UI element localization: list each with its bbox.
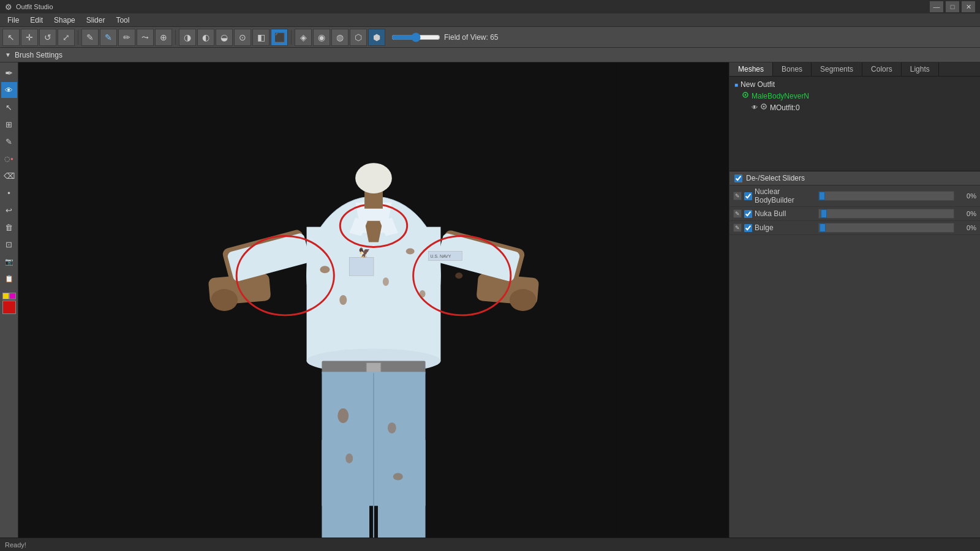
tool-shape2[interactable]: ◉ bbox=[313, 29, 330, 46]
sliders-header-label: De-/Select Sliders bbox=[746, 174, 805, 182]
left-tool-paint[interactable]: ✎ bbox=[1, 133, 17, 149]
slider-label-bulge: Bulge bbox=[755, 223, 816, 232]
color-swatch-magenta[interactable] bbox=[9, 293, 16, 299]
tab-segments[interactable]: Segments bbox=[812, 62, 862, 76]
svg-text:U.S. NAVY: U.S. NAVY bbox=[431, 254, 451, 258]
slider-thumb-nuclear bbox=[819, 192, 825, 200]
svg-point-10 bbox=[355, 163, 392, 193]
tool-toggle3[interactable]: ◒ bbox=[216, 29, 233, 46]
tool-move2[interactable]: ⊕ bbox=[155, 29, 172, 46]
status-bar: Ready! bbox=[0, 538, 980, 551]
outfit-label: New Outfit bbox=[741, 80, 775, 89]
svg-text:🦅: 🦅 bbox=[358, 247, 371, 258]
slider-track-nuclear[interactable] bbox=[818, 191, 954, 201]
malebodynever-icon bbox=[742, 91, 749, 100]
moutfit-icon bbox=[760, 103, 767, 112]
left-tool-visibility[interactable]: 👁 bbox=[1, 82, 17, 98]
tab-bones[interactable]: Bones bbox=[773, 62, 812, 76]
viewport[interactable]: U.S. NAVY 🦅 bbox=[18, 62, 729, 538]
maximize-button[interactable]: □ bbox=[946, 1, 959, 12]
tool-shape4[interactable]: ⬡ bbox=[350, 29, 367, 46]
slider-row-nuclear: ✎ Nuclear BodyBuilder 0% bbox=[729, 186, 980, 207]
slider-check-nukabull[interactable] bbox=[744, 210, 752, 218]
tool-shape5[interactable]: ⬢ bbox=[368, 29, 385, 46]
left-tool-mirror[interactable]: ⊡ bbox=[1, 236, 17, 252]
sliders-section: De-/Select Sliders ✎ Nuclear BodyBuilder… bbox=[729, 171, 980, 538]
right-panel: Meshes Bones Segments Colors Lights ■ Ne… bbox=[729, 62, 980, 538]
tab-meshes[interactable]: Meshes bbox=[729, 62, 773, 76]
svg-rect-21 bbox=[349, 257, 374, 276]
left-tool-circle[interactable]: ◌● bbox=[1, 151, 17, 167]
tab-lights[interactable]: Lights bbox=[902, 62, 939, 76]
left-tool-clipboard[interactable]: 📋 bbox=[1, 271, 17, 287]
left-tool-undo[interactable]: ↩ bbox=[1, 202, 17, 218]
svg-point-26 bbox=[383, 277, 389, 286]
svg-point-37 bbox=[337, 408, 349, 423]
svg-point-13 bbox=[211, 289, 238, 311]
tool-pick[interactable]: ⤳ bbox=[137, 29, 154, 46]
malebodynever-label: MaleBodyNeverN bbox=[752, 92, 809, 100]
svg-point-27 bbox=[406, 248, 415, 254]
tool-shape1[interactable]: ◈ bbox=[295, 29, 312, 46]
tool-brush2[interactable]: ✎ bbox=[100, 29, 117, 46]
tab-colors[interactable]: Colors bbox=[862, 62, 902, 76]
color-swatch-yellow[interactable] bbox=[2, 293, 9, 299]
minimize-button[interactable]: — bbox=[930, 1, 943, 12]
menu-tool[interactable]: Tool bbox=[111, 15, 134, 26]
tool-toggle1[interactable]: ◑ bbox=[179, 29, 196, 46]
tool-scale[interactable]: ⤢ bbox=[58, 29, 75, 46]
color-swatch-red[interactable] bbox=[2, 301, 16, 314]
tool-brush[interactable]: ✎ bbox=[81, 29, 99, 46]
left-tool-transform[interactable]: ⊞ bbox=[1, 116, 17, 132]
slider-check-bulge[interactable] bbox=[744, 224, 752, 232]
slider-edit-bulge[interactable]: ✎ bbox=[733, 223, 742, 232]
tool-brush3[interactable]: ✏ bbox=[118, 29, 135, 46]
left-tool-select[interactable]: ↖ bbox=[1, 99, 17, 115]
slider-label-nuclear: Nuclear BodyBuilder bbox=[755, 187, 816, 204]
sliders-header: De-/Select Sliders bbox=[729, 171, 980, 186]
fov-slider[interactable] bbox=[391, 32, 440, 42]
deselect-all-checkbox[interactable] bbox=[734, 174, 742, 182]
tool-rotate[interactable]: ↺ bbox=[39, 29, 56, 46]
left-tool-eraser[interactable]: ⌫ bbox=[1, 168, 17, 184]
fov-container: Field of View: 65 bbox=[391, 32, 499, 42]
slider-edit-nuclear[interactable]: ✎ bbox=[733, 192, 742, 200]
character-viewport: U.S. NAVY 🦅 bbox=[18, 62, 729, 538]
app-icon: ⚙ bbox=[5, 2, 12, 12]
tool-solid[interactable]: ⬛ bbox=[271, 29, 288, 46]
slider-track-nukabull[interactable] bbox=[818, 209, 954, 219]
tool-shape3[interactable]: ◍ bbox=[331, 29, 349, 46]
left-tool-screenshot[interactable]: 📷 bbox=[1, 253, 17, 269]
slider-thumb-bulge bbox=[820, 223, 826, 232]
menu-edit[interactable]: Edit bbox=[25, 15, 48, 26]
svg-point-40 bbox=[393, 473, 403, 481]
tool-toggle2[interactable]: ◐ bbox=[197, 29, 214, 46]
slider-edit-nukabull[interactable]: ✎ bbox=[733, 209, 742, 218]
menu-file[interactable]: File bbox=[2, 15, 24, 26]
menu-slider[interactable]: Slider bbox=[81, 15, 110, 26]
toolbar: ↖ ✛ ↺ ⤢ ✎ ✎ ✏ ⤳ ⊕ ◑ ◐ ◒ ⊙ ◧ ⬛ ◈ ◉ ◍ ⬡ ⬢ … bbox=[0, 27, 980, 48]
tree-item-new-outfit[interactable]: ■ New Outfit bbox=[732, 79, 978, 90]
tree-item-malebodynever[interactable]: MaleBodyNeverN bbox=[732, 90, 978, 102]
tree-view[interactable]: ■ New Outfit MaleBodyNeverN 👁 MOutfit:0 bbox=[729, 77, 980, 171]
tree-item-moutfit[interactable]: 👁 MOutfit:0 bbox=[732, 102, 978, 113]
close-button[interactable]: ✕ bbox=[962, 1, 975, 12]
left-tool-dot[interactable]: • bbox=[1, 185, 17, 201]
slider-value-nuclear: 0% bbox=[957, 192, 976, 200]
svg-point-38 bbox=[388, 422, 396, 433]
menu-bar: File Edit Shape Slider Tool bbox=[0, 13, 980, 27]
left-tool-pen[interactable]: ✒ bbox=[1, 65, 17, 81]
tool-move[interactable]: ✛ bbox=[21, 29, 38, 46]
menu-shape[interactable]: Shape bbox=[49, 15, 80, 26]
slider-thumb-nukabull bbox=[821, 209, 827, 218]
slider-check-nuclear[interactable] bbox=[744, 192, 752, 200]
svg-point-39 bbox=[345, 454, 353, 463]
slider-row-nukabull: ✎ Nuka Bull 0% bbox=[729, 207, 980, 221]
tool-select[interactable]: ↖ bbox=[2, 29, 20, 46]
moutfit-label: MOutfit:0 bbox=[770, 103, 800, 112]
brush-bar: ▼ Brush Settings bbox=[0, 48, 980, 62]
slider-track-bulge[interactable] bbox=[818, 223, 954, 233]
tool-toggle4[interactable]: ◧ bbox=[252, 29, 270, 46]
left-tool-delete[interactable]: 🗑 bbox=[1, 219, 17, 235]
tool-view-alt[interactable]: ⊙ bbox=[234, 29, 251, 46]
